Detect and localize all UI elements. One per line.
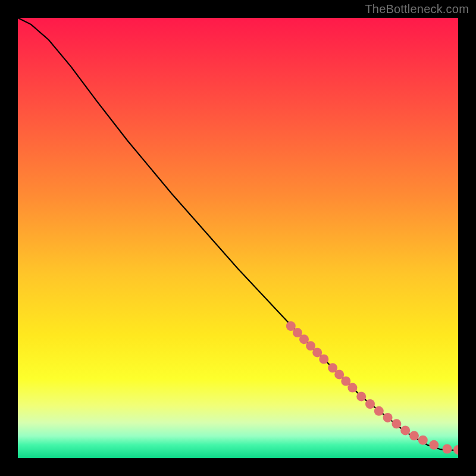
chart-frame: TheBottleneck.com: [0, 0, 476, 476]
data-point: [365, 399, 375, 409]
data-point: [418, 436, 428, 445]
data-point: [374, 406, 384, 416]
data-point: [319, 355, 328, 364]
data-point: [383, 413, 393, 422]
chart-svg: [18, 18, 458, 458]
data-point: [392, 419, 401, 428]
data-point: [400, 425, 410, 435]
data-point: [409, 431, 419, 440]
attribution-label: TheBottleneck.com: [365, 2, 469, 16]
data-point: [443, 444, 452, 454]
data-point: [429, 440, 439, 450]
plot-area: [18, 18, 458, 458]
data-point: [356, 392, 366, 401]
data-point: [347, 383, 357, 393]
